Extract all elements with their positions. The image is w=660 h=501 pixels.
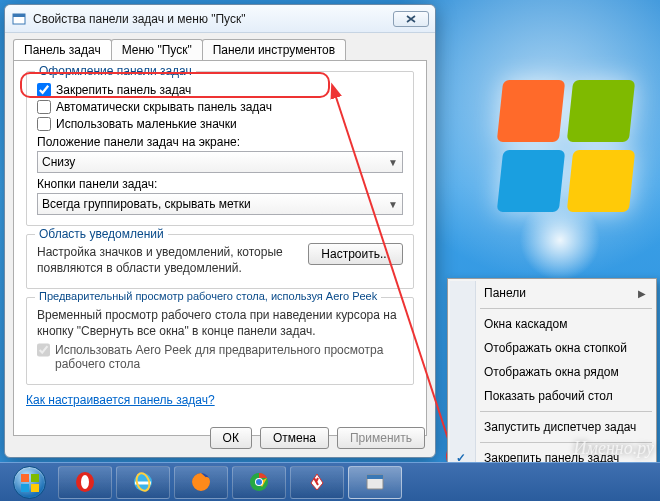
- menu-label: Панели: [484, 286, 526, 300]
- combo-buttons[interactable]: Всегда группировать, скрывать метки ▼: [37, 193, 403, 215]
- titlebar[interactable]: Свойства панели задач и меню "Пуск": [5, 5, 435, 33]
- checkbox-small-icons[interactable]: [37, 117, 51, 131]
- combo-position[interactable]: Снизу ▼: [37, 151, 403, 173]
- help-link[interactable]: Как настраивается панель задач?: [26, 393, 215, 407]
- chevron-down-icon: ▼: [388, 199, 398, 210]
- taskbar-app-yandex[interactable]: [290, 466, 344, 499]
- chevron-down-icon: ▼: [388, 157, 398, 168]
- yandex-icon: [306, 471, 328, 493]
- menu-label: Отображать окна рядом: [484, 365, 619, 379]
- chrome-icon: [248, 471, 270, 493]
- menu-separator: [480, 308, 652, 309]
- combo-position-value: Снизу: [42, 155, 75, 169]
- menu-item-sidebyside[interactable]: Отображать окна рядом: [450, 360, 654, 384]
- notif-desc: Настройка значков и уведомлений, которые…: [37, 245, 298, 276]
- label-buttons: Кнопки панели задач:: [37, 177, 403, 191]
- explorer-icon: [364, 471, 386, 493]
- menu-label: Отображать окна стопкой: [484, 341, 627, 355]
- taskbar-app-chrome[interactable]: [232, 466, 286, 499]
- ie-icon: [132, 471, 154, 493]
- window-icon: [11, 11, 27, 27]
- group-heading: Область уведомлений: [35, 227, 168, 241]
- menu-separator: [480, 442, 652, 443]
- svg-rect-12: [367, 475, 383, 479]
- tab-startmenu[interactable]: Меню "Пуск": [111, 39, 203, 60]
- checkbox-aero-peek[interactable]: [37, 343, 50, 357]
- menu-item-stack[interactable]: Отображать окна стопкой: [450, 336, 654, 360]
- taskbar-app-ie[interactable]: [116, 466, 170, 499]
- firefox-icon: [190, 471, 212, 493]
- label-autohide: Автоматически скрывать панель задач: [56, 100, 272, 114]
- taskbar-app-opera[interactable]: [58, 466, 112, 499]
- taskbar-properties-dialog: Свойства панели задач и меню "Пуск" Пане…: [4, 4, 436, 458]
- tab-strip: Панель задач Меню "Пуск" Панели инструме…: [13, 39, 427, 60]
- tab-page: Оформление панели задач Закрепить панель…: [13, 60, 427, 436]
- group-notifications: Область уведомлений Настройка значков и …: [26, 234, 414, 289]
- peek-desc: Временный просмотр рабочего стола при на…: [37, 308, 403, 339]
- menu-item-cascade[interactable]: Окна каскадом: [450, 312, 654, 336]
- taskbar-app-firefox[interactable]: [174, 466, 228, 499]
- close-icon: [406, 15, 416, 23]
- combo-buttons-value: Всегда группировать, скрывать метки: [42, 197, 251, 211]
- menu-label: Окна каскадом: [484, 317, 568, 331]
- label-lock: Закрепить панель задач: [56, 83, 191, 97]
- ok-button[interactable]: ОК: [210, 427, 252, 449]
- group-aero-peek: Предварительный просмотр рабочего стола,…: [26, 297, 414, 385]
- start-button[interactable]: [4, 466, 54, 499]
- tab-toolbars[interactable]: Панели инструментов: [202, 39, 346, 60]
- taskbar-app-explorer[interactable]: [348, 466, 402, 499]
- menu-item-task-manager[interactable]: Запустить диспетчер задач: [450, 415, 654, 439]
- close-button[interactable]: [393, 11, 429, 27]
- svg-point-10: [256, 479, 262, 485]
- label-smallicons: Использовать маленькие значки: [56, 117, 237, 131]
- opera-icon: [74, 471, 96, 493]
- customize-button[interactable]: Настроить...: [308, 243, 403, 265]
- svg-rect-1: [13, 14, 25, 17]
- dialog-title: Свойства панели задач и меню "Пуск": [33, 12, 246, 26]
- menu-item-show-desktop[interactable]: Показать рабочий стол: [450, 384, 654, 408]
- apply-button[interactable]: Применить: [337, 427, 425, 449]
- tab-taskbar[interactable]: Панель задач: [13, 39, 112, 60]
- svg-point-4: [81, 475, 89, 489]
- group-heading: Предварительный просмотр рабочего стола,…: [35, 290, 381, 302]
- menu-separator: [480, 411, 652, 412]
- taskbar[interactable]: [0, 462, 660, 501]
- cancel-button[interactable]: Отмена: [260, 427, 329, 449]
- group-heading: Оформление панели задач: [35, 64, 196, 78]
- label-aero-peek: Использовать Aero Peek для предварительн…: [55, 343, 403, 371]
- submenu-arrow-icon: ▶: [638, 288, 646, 299]
- checkbox-autohide[interactable]: [37, 100, 51, 114]
- menu-label: Запустить диспетчер задач: [484, 420, 636, 434]
- checkbox-lock-taskbar[interactable]: [37, 83, 51, 97]
- label-position: Положение панели задач на экране:: [37, 135, 403, 149]
- dialog-buttons: ОК Отмена Применить: [210, 427, 425, 449]
- menu-item-panels[interactable]: Панели ▶: [450, 281, 654, 305]
- menu-label: Показать рабочий стол: [484, 389, 613, 403]
- windows-logo: [500, 80, 640, 220]
- group-design: Оформление панели задач Закрепить панель…: [26, 71, 414, 226]
